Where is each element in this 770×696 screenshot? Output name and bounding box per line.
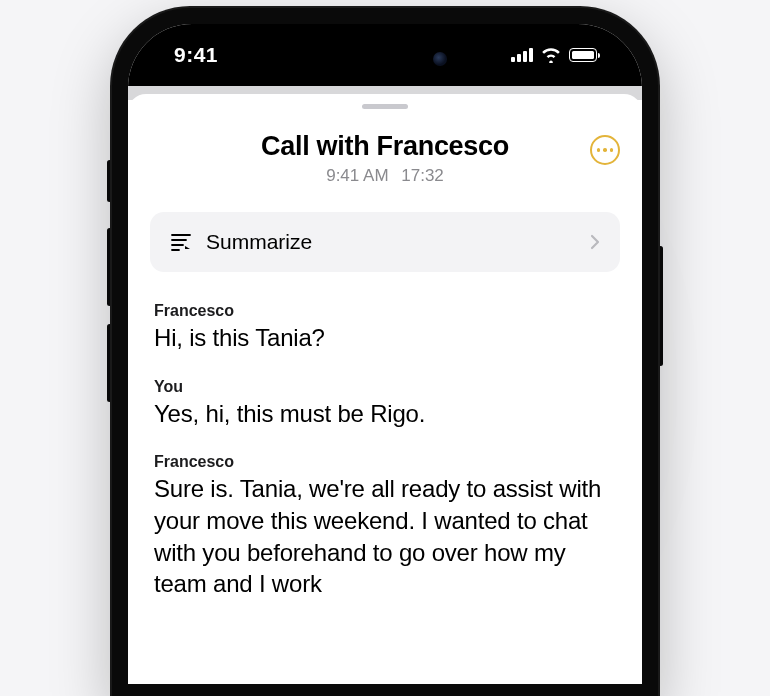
more-options-button[interactable] — [590, 135, 620, 165]
battery-icon — [569, 48, 601, 62]
speaker-label: Francesco — [154, 302, 616, 320]
status-bar: 9:41 — [128, 24, 642, 86]
utterance-text: Sure is. Tania, we're all ready to assis… — [154, 473, 616, 600]
transcript-turn: You Yes, hi, this must be Rigo. — [154, 378, 616, 430]
sheet-grabber[interactable] — [362, 104, 408, 109]
speaker-label: Francesco — [154, 453, 616, 471]
transcript-sheet: Call with Francesco 9:41 AM 17:32 — [128, 94, 642, 600]
call-time: 9:41 AM — [326, 166, 388, 185]
summarize-icon — [170, 232, 192, 252]
cellular-icon — [511, 48, 533, 62]
summarize-label: Summarize — [206, 230, 576, 254]
power-button — [658, 246, 663, 366]
dynamic-island — [307, 38, 463, 80]
ellipsis-icon — [597, 148, 614, 152]
speaker-label: You — [154, 378, 616, 396]
page-title: Call with Francesco — [152, 131, 618, 162]
front-camera — [433, 52, 447, 66]
summarize-button[interactable]: Summarize — [150, 212, 620, 272]
utterance-text: Hi, is this Tania? — [154, 322, 616, 354]
status-time: 9:41 — [174, 43, 218, 67]
utterance-text: Yes, hi, this must be Rigo. — [154, 398, 616, 430]
chevron-right-icon — [590, 234, 600, 250]
transcript-body: Francesco Hi, is this Tania? You Yes, hi… — [128, 272, 642, 600]
wifi-icon — [541, 47, 561, 63]
call-duration: 17:32 — [401, 166, 444, 185]
call-meta: 9:41 AM 17:32 — [152, 166, 618, 186]
phone-screen: 9:41 — [128, 24, 642, 684]
transcript-turn: Francesco Sure is. Tania, we're all read… — [154, 453, 616, 600]
phone-device: 9:41 — [112, 8, 658, 696]
sheet-header: Call with Francesco 9:41 AM 17:32 — [128, 131, 642, 186]
transcript-turn: Francesco Hi, is this Tania? — [154, 302, 616, 354]
